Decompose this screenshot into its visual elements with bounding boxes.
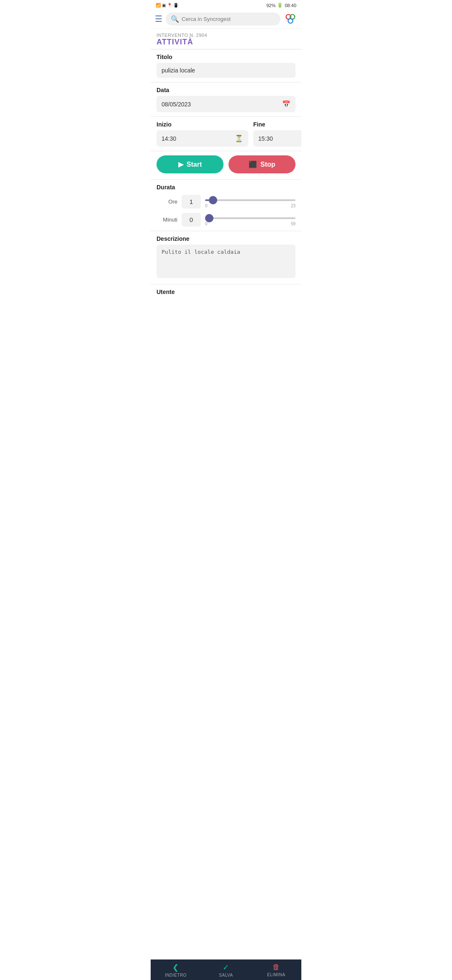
time-row: Inizio ⏳ Fine ⏳ — [151, 117, 301, 151]
calendar-icon: 📅 — [282, 100, 290, 108]
search-bar[interactable]: 🔍 — [166, 13, 280, 26]
inizio-col: Inizio ⏳ — [157, 121, 248, 147]
durata-section: Durata Ore 1 0 23 Minuti 0 0 59 — [151, 180, 301, 231]
utente-label: Utente — [157, 289, 295, 295]
minuti-row: Minuti 0 0 59 — [157, 213, 295, 227]
descrizione-input[interactable]: Pulito il locale caldaia — [157, 245, 295, 278]
search-input[interactable] — [182, 16, 275, 22]
signal-indicators: 📶 ▣ 📍 📳 — [156, 3, 178, 8]
durata-label: Durata — [157, 184, 295, 191]
search-icon: 🔍 — [171, 15, 179, 23]
data-input[interactable] — [162, 101, 282, 108]
stop-icon: ⬛ — [249, 160, 257, 168]
inizio-input[interactable] — [162, 135, 235, 142]
action-buttons-row: ▶ Start ⬛ Stop — [151, 151, 301, 180]
start-icon: ▶ — [178, 160, 183, 168]
top-nav: ☰ 🔍 — [151, 10, 301, 28]
ore-slider-container: 0 23 — [205, 195, 295, 208]
data-section: Data 📅 — [151, 83, 301, 117]
app-logo — [284, 12, 297, 26]
signal-icon: 📶 — [156, 3, 161, 8]
battery-icon: 🔋 — [277, 3, 283, 8]
status-right: 92% 🔋 08:40 — [266, 3, 296, 8]
minuti-slider-container: 0 59 — [205, 213, 295, 226]
minuti-label: Minuti — [157, 217, 177, 223]
battery-percent: 92% — [266, 3, 275, 8]
utente-section: Utente — [151, 284, 301, 319]
page-subtitle: INTERVENTO N. 2904 — [157, 33, 295, 38]
vibrate-icon: 📳 — [173, 3, 178, 8]
clock: 08:40 — [285, 3, 296, 8]
location-icon: 📍 — [167, 3, 172, 8]
menu-button[interactable]: ☰ — [155, 14, 162, 24]
stop-button[interactable]: ⬛ Stop — [229, 155, 295, 173]
svg-point-2 — [288, 18, 293, 23]
descrizione-label: Descrizione — [157, 235, 295, 242]
minuti-slider[interactable] — [205, 217, 295, 219]
wifi-icon: ▣ — [162, 3, 166, 8]
titolo-section: Titolo — [151, 49, 301, 83]
inizio-label: Inizio — [157, 121, 248, 128]
ore-label: Ore — [157, 199, 177, 205]
ore-slider[interactable] — [205, 199, 295, 201]
page-header: INTERVENTO N. 2904 ATTIVITÀ — [151, 28, 301, 49]
data-label: Data — [157, 87, 295, 93]
time-icon-inizio: ⏳ — [235, 134, 243, 142]
minuti-value: 0 — [182, 213, 201, 227]
ore-row: Ore 1 0 23 — [157, 195, 295, 209]
page-title: ATTIVITÀ — [157, 38, 295, 46]
fine-col: Fine ⏳ — [253, 121, 301, 147]
status-bar: 📶 ▣ 📍 📳 92% 🔋 08:40 — [151, 0, 301, 10]
fine-input[interactable] — [258, 135, 301, 142]
start-label: Start — [187, 161, 202, 168]
data-input-row[interactable]: 📅 — [157, 96, 295, 112]
ore-value: 1 — [182, 195, 201, 209]
descrizione-section: Descrizione Pulito il locale caldaia — [151, 231, 301, 284]
fine-label: Fine — [253, 121, 301, 128]
fine-input-row[interactable]: ⏳ — [253, 130, 301, 147]
stop-label: Stop — [260, 161, 275, 168]
titolo-input[interactable] — [157, 63, 295, 78]
inizio-input-row[interactable]: ⏳ — [157, 130, 248, 147]
start-button[interactable]: ▶ Start — [157, 155, 223, 173]
titolo-label: Titolo — [157, 54, 295, 60]
